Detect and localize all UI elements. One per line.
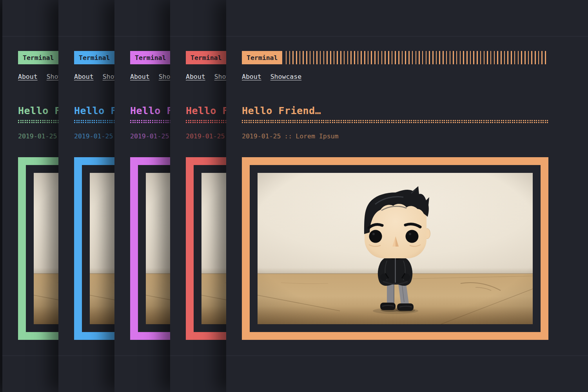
theme-card-orange: Terminal About Showcase Hello Friend… 20…	[226, 0, 588, 392]
nav-link-about[interactable]: About	[242, 73, 261, 81]
post-title: Hello Friend…	[242, 105, 321, 117]
funko-pop-photo-illustration	[258, 173, 533, 324]
post-category: Lorem Ipsum	[296, 132, 338, 140]
logo-row: Terminal	[242, 51, 548, 64]
nav-link-about[interactable]: About	[74, 73, 94, 81]
nav-link-about[interactable]: About	[186, 73, 205, 81]
nav-link-about[interactable]: About	[130, 73, 150, 81]
nav-link-showcase[interactable]: Showcase	[270, 73, 301, 81]
photo-vignette	[258, 173, 533, 324]
site-nav: About Showcase	[242, 73, 301, 81]
post-date: 2019-01-25	[186, 132, 225, 140]
post-date: 2019-01-25	[74, 132, 113, 140]
post-date: 2019-01-25	[18, 132, 57, 140]
funko-pop-figure-photo	[258, 173, 533, 324]
post-meta: 2019-01-25 :: Lorem Ipsum	[242, 132, 339, 140]
logo-badge[interactable]: Terminal	[186, 51, 226, 64]
post-date: 2019-01-25	[242, 132, 281, 140]
logo-badge[interactable]: Terminal	[242, 51, 282, 64]
theme-preview-stage: Terminal About Showcase Hello Friend… 20…	[0, 0, 588, 392]
logo-decoration-bars-icon	[286, 51, 548, 64]
logo-badge[interactable]: Terminal	[18, 51, 58, 64]
post-title-divider	[242, 120, 548, 124]
footer-seam-line	[226, 356, 588, 356]
post-date: 2019-01-25	[130, 132, 169, 140]
framed-image	[242, 157, 548, 340]
logo-badge[interactable]: Terminal	[130, 51, 171, 64]
logo-badge[interactable]: Terminal	[74, 51, 114, 64]
header-seam-line	[226, 36, 588, 36]
post-meta-separator: ::	[284, 132, 292, 140]
nav-link-about[interactable]: About	[18, 73, 38, 81]
